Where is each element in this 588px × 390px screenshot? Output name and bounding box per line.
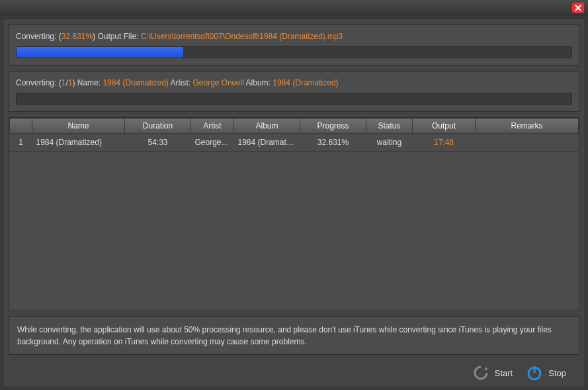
col-header-progress[interactable]: Progress	[300, 119, 366, 134]
close-button[interactable]	[572, 3, 584, 13]
close-icon	[575, 5, 581, 11]
item-label-converting: Converting: (	[16, 78, 62, 87]
col-header-status[interactable]: Status	[366, 119, 413, 134]
cell-duration: 54:33	[125, 134, 191, 152]
col-header-album[interactable]: Album	[234, 119, 300, 134]
overall-progress-fill	[17, 47, 183, 58]
power-icon	[526, 364, 543, 381]
table-header-row: Name Duration Artist Album Progress Stat…	[10, 119, 579, 134]
col-header-remarks[interactable]: Remarks	[476, 119, 579, 134]
col-header-output[interactable]: Output	[413, 119, 476, 134]
item-label-name: ) Name:	[72, 78, 103, 87]
col-header-artist[interactable]: Artist	[191, 119, 234, 134]
item-artist: George Orwell	[193, 78, 244, 87]
cell-index: 1	[10, 134, 32, 152]
stop-button[interactable]: Stop	[526, 364, 566, 381]
cell-album: 1984 (Dramatize...	[234, 134, 300, 152]
content-area: Converting: (32.631%) Output File: C:\Us…	[3, 19, 585, 387]
note-panel: While converting, the application will u…	[9, 317, 579, 355]
app-window: Converting: (32.631%) Output File: C:\Us…	[0, 0, 588, 390]
cell-output: 17:48	[413, 134, 476, 152]
start-button[interactable]: Start	[472, 364, 513, 381]
item-progress-panel: Converting: (1/1) Name: 1984 (Dramatized…	[9, 71, 579, 112]
note-text: While converting, the application will u…	[17, 325, 552, 346]
queue-table: Name Duration Artist Album Progress Stat…	[9, 118, 579, 152]
cell-name: 1984 (Dramatized)	[32, 134, 125, 152]
item-name: 1984 (Dramatized)	[103, 78, 168, 87]
col-header-name[interactable]: Name	[32, 119, 125, 134]
item-label-artist: Artist:	[169, 78, 193, 87]
cell-progress: 32.631%	[300, 134, 366, 152]
cell-status: waiting	[366, 134, 413, 152]
overall-info-line: Converting: (32.631%) Output File: C:\Us…	[16, 32, 572, 41]
item-label-album: Album:	[244, 78, 273, 87]
item-progress-bar	[16, 93, 572, 105]
start-label: Start	[495, 368, 513, 378]
titlebar	[0, 0, 588, 16]
col-header-index[interactable]	[10, 119, 32, 134]
label-output-file: ) Output File:	[93, 32, 141, 41]
queue-table-wrap: Name Duration Artist Album Progress Stat…	[9, 117, 579, 311]
item-album: 1984 (Dramatized)	[273, 78, 338, 87]
col-header-duration[interactable]: Duration	[125, 119, 191, 134]
overall-progress-panel: Converting: (32.631%) Output File: C:\Us…	[9, 24, 579, 66]
label-converting: Converting: (	[16, 32, 62, 41]
cell-remarks	[476, 134, 579, 152]
table-row[interactable]: 1 1984 (Dramatized) 54:33 George O... 19…	[10, 134, 579, 152]
overall-progress-bar	[16, 46, 572, 58]
stop-label: Stop	[548, 368, 566, 378]
refresh-icon	[472, 364, 489, 381]
output-file-path: C:\Users\torrentsoft007\Ondesoft\1984 (D…	[141, 32, 343, 41]
cell-artist: George O...	[191, 134, 234, 152]
item-info-line: Converting: (1/1) Name: 1984 (Dramatized…	[16, 78, 572, 87]
overall-percent: 32.631%	[62, 32, 93, 41]
footer: Start Stop	[9, 360, 579, 383]
